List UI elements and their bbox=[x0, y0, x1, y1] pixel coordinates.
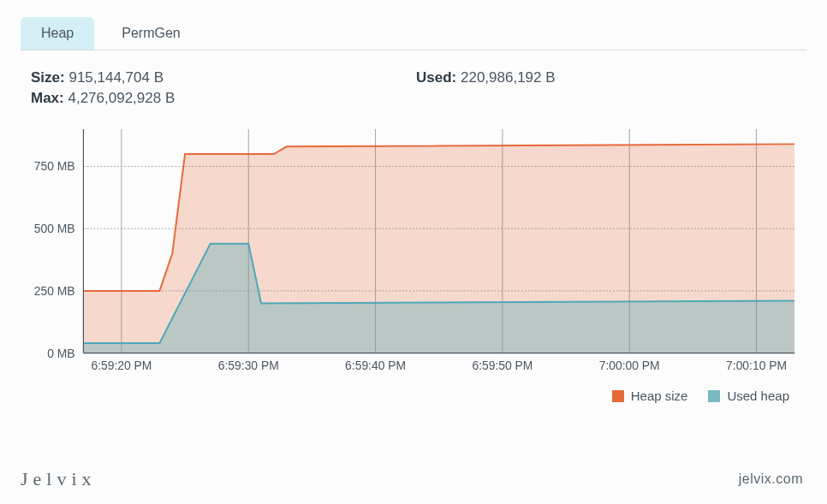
stat-size-value: 915,144,704 B bbox=[68, 69, 164, 86]
svg-text:7:00:10 PM: 7:00:10 PM bbox=[726, 359, 787, 372]
svg-text:0 MB: 0 MB bbox=[47, 347, 74, 360]
svg-text:7:00:00 PM: 7:00:00 PM bbox=[599, 359, 660, 372]
stat-max-value: 4,276,092,928 B bbox=[68, 90, 175, 106]
svg-text:250 MB: 250 MB bbox=[34, 284, 75, 298]
swatch-used-heap-icon bbox=[708, 390, 720, 402]
tab-heap[interactable]: Heap bbox=[21, 17, 94, 50]
stat-used-label: Used: bbox=[416, 69, 456, 86]
brand-logo: Jelvix bbox=[21, 468, 97, 490]
svg-text:6:59:30 PM: 6:59:30 PM bbox=[218, 359, 279, 372]
stat-used: Used: 220,986,192 B bbox=[416, 69, 673, 86]
stat-max: Max: 4,276,092,928 B bbox=[31, 90, 288, 107]
svg-text:500 MB: 500 MB bbox=[34, 222, 75, 235]
stat-max-label: Max: bbox=[31, 90, 64, 106]
stat-size-label: Size: bbox=[31, 69, 65, 86]
legend-used-heap-label: Used heap bbox=[727, 388, 789, 403]
chart-canvas: 0 MB250 MB500 MB750 MB6:59:20 PM6:59:30 … bbox=[27, 122, 800, 377]
stats: Size: 915,144,704 B Used: 220,986,192 B … bbox=[21, 69, 806, 107]
stat-size: Size: 915,144,704 B bbox=[31, 69, 288, 86]
svg-text:6:59:40 PM: 6:59:40 PM bbox=[345, 359, 406, 372]
legend-used-heap: Used heap bbox=[708, 388, 789, 403]
footer: Jelvix jelvix.com bbox=[21, 468, 803, 490]
tabs: Heap PermGen bbox=[21, 17, 806, 50]
stat-used-value: 220,986,192 B bbox=[461, 69, 556, 86]
tab-permgen[interactable]: PermGen bbox=[101, 17, 200, 50]
svg-text:6:59:20 PM: 6:59:20 PM bbox=[91, 359, 152, 372]
legend-heap-size: Heap size bbox=[612, 388, 688, 403]
site-url: jelvix.com bbox=[739, 471, 803, 487]
svg-text:750 MB: 750 MB bbox=[34, 159, 75, 173]
svg-text:6:59:50 PM: 6:59:50 PM bbox=[472, 359, 532, 372]
heap-chart: 0 MB250 MB500 MB750 MB6:59:20 PM6:59:30 … bbox=[27, 122, 800, 377]
swatch-heap-size-icon bbox=[612, 390, 624, 402]
legend: Heap size Used heap bbox=[21, 388, 806, 403]
legend-heap-size-label: Heap size bbox=[631, 388, 688, 403]
